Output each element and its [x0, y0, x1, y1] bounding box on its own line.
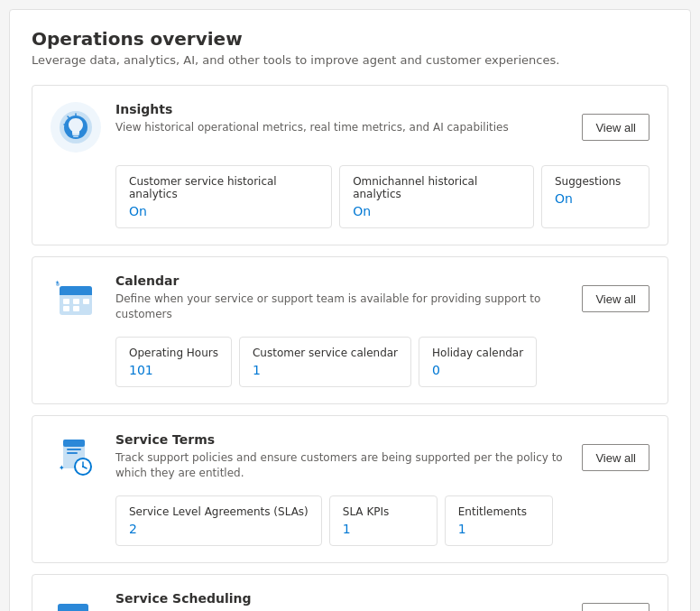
svg-text:✦: ✦ [55, 279, 60, 285]
svg-rect-21 [67, 452, 78, 454]
calendar-card-0[interactable]: Operating Hours 101 [115, 337, 232, 387]
insights-card-1[interactable]: Omnichannel historical analytics On [339, 165, 534, 228]
service-terms-title: Service Terms [115, 432, 582, 447]
service-terms-header: ✦ Service Terms Track support policies a… [51, 432, 649, 483]
insights-card-2[interactable]: Suggestions On [541, 165, 649, 228]
service-terms-view-all-button[interactable]: View all [582, 444, 649, 471]
calendar-info: Calendar Define when your service or sup… [115, 273, 582, 322]
svg-rect-3 [72, 134, 79, 135]
service-terms-cards-row: Service Level Agreements (SLAs) 2 SLA KP… [115, 495, 649, 546]
page-title: Operations overview [32, 28, 668, 50]
service-scheduling-title: Service Scheduling [115, 591, 582, 606]
svg-rect-12 [73, 299, 79, 304]
insights-info: Insights View historical operational met… [115, 102, 582, 135]
service-scheduling-header: Service Scheduling Plan and schedule ser… [51, 591, 649, 611]
calendar-card-1-title: Customer service calendar [253, 347, 398, 359]
calendar-title: Calendar [115, 273, 582, 288]
svg-rect-14 [73, 306, 79, 311]
service-terms-section: ✦ Service Terms Track support policies a… [32, 415, 668, 563]
service-terms-card-2-value: 1 [458, 522, 539, 536]
calendar-header: ✦ Calendar Define when your service or s… [51, 273, 649, 324]
service-terms-card-0-title: Service Level Agreements (SLAs) [129, 505, 309, 518]
service-terms-card-2[interactable]: Entitlements 1 [445, 495, 553, 546]
service-terms-card-0-value: 2 [129, 522, 309, 536]
calendar-card-2-title: Holiday calendar [432, 347, 523, 359]
insights-section: Insights View historical operational met… [32, 85, 668, 245]
insights-desc: View historical operational metrics, rea… [115, 120, 582, 135]
insights-card-0-value: On [129, 204, 318, 218]
svg-rect-15 [83, 299, 89, 304]
calendar-card-2[interactable]: Holiday calendar 0 [419, 337, 537, 387]
calendar-card-0-value: 101 [129, 363, 218, 377]
calendar-card-1[interactable]: Customer service calendar 1 [239, 337, 411, 387]
service-terms-desc: Track support policies and ensure custom… [115, 450, 582, 481]
insights-card-2-value: On [555, 191, 636, 206]
calendar-card-1-value: 1 [253, 363, 398, 377]
insights-card-0[interactable]: Customer service historical analytics On [115, 165, 332, 228]
service-scheduling-section: Service Scheduling Plan and schedule ser… [32, 574, 668, 611]
service-scheduling-left: Service Scheduling Plan and schedule ser… [51, 591, 582, 611]
calendar-left: ✦ Calendar Define when your service or s… [51, 273, 582, 324]
service-terms-left: ✦ Service Terms Track support policies a… [51, 432, 582, 483]
operations-overview-page: Operations overview Leverage data, analy… [9, 9, 691, 611]
service-terms-card-1-title: SLA KPIs [343, 505, 424, 518]
service-terms-card-0[interactable]: Service Level Agreements (SLAs) 2 [115, 495, 322, 546]
insights-view-all-button[interactable]: View all [582, 114, 649, 141]
calendar-icon: ✦ [51, 273, 101, 324]
service-terms-icon: ✦ [51, 432, 101, 483]
page-subtitle: Leverage data, analytics, AI, and other … [32, 53, 668, 67]
insights-card-1-value: On [353, 204, 520, 218]
calendar-cards-row: Operating Hours 101 Customer service cal… [115, 337, 649, 387]
insights-title: Insights [115, 102, 582, 116]
calendar-card-0-title: Operating Hours [129, 347, 218, 359]
calendar-view-all-button[interactable]: View all [582, 285, 649, 312]
insights-left: Insights View historical operational met… [51, 102, 582, 153]
insights-cards-row: Customer service historical analytics On… [115, 165, 649, 228]
service-terms-card-1-value: 1 [343, 522, 424, 536]
svg-rect-11 [63, 299, 69, 304]
svg-rect-13 [63, 306, 69, 311]
service-terms-info: Service Terms Track support policies and… [115, 432, 582, 481]
svg-text:✦: ✦ [59, 464, 65, 472]
insights-icon [51, 102, 101, 153]
service-scheduling-info: Service Scheduling Plan and schedule ser… [115, 591, 582, 611]
service-scheduling-view-all-button[interactable]: View all [582, 603, 649, 611]
svg-rect-20 [67, 449, 81, 450]
calendar-section: ✦ Calendar Define when your service or s… [32, 256, 668, 404]
service-terms-card-2-title: Entitlements [458, 505, 539, 518]
insights-card-0-title: Customer service historical analytics [129, 175, 318, 200]
svg-rect-4 [73, 136, 78, 138]
svg-point-27 [82, 466, 84, 468]
insights-header: Insights View historical operational met… [51, 102, 649, 153]
service-terms-card-1[interactable]: SLA KPIs 1 [329, 495, 438, 546]
calendar-desc: Define when your service or support team… [115, 292, 582, 322]
service-scheduling-icon [51, 591, 101, 611]
svg-rect-10 [60, 292, 92, 295]
calendar-card-2-value: 0 [432, 363, 523, 377]
insights-card-1-title: Omnichannel historical analytics [353, 175, 520, 200]
insights-card-2-title: Suggestions [555, 175, 636, 188]
svg-rect-22 [63, 440, 85, 447]
